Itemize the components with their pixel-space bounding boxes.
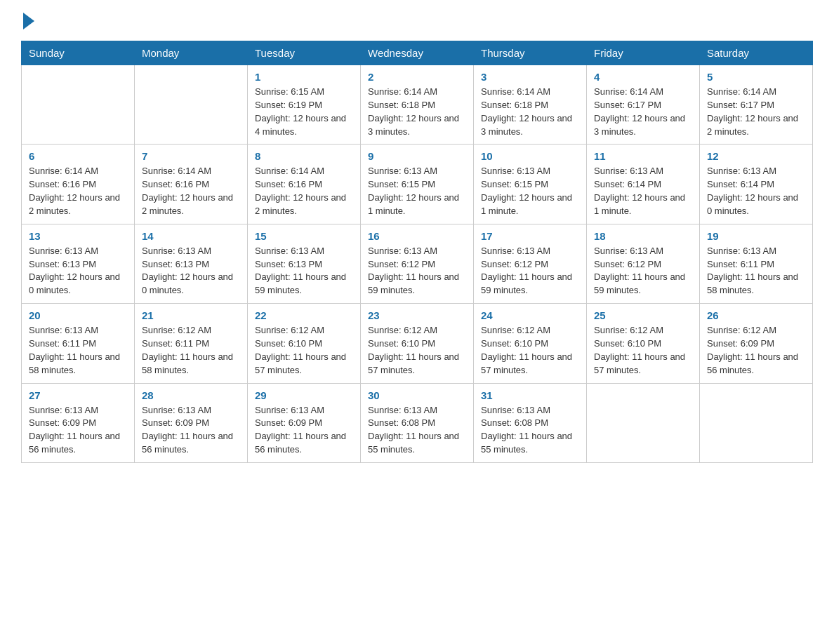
day-number: 27 [29, 389, 127, 401]
day-info: Sunrise: 6:12 AM Sunset: 6:10 PM Dayligh… [481, 324, 579, 377]
calendar-cell: 15Sunrise: 6:13 AM Sunset: 6:13 PM Dayli… [248, 224, 361, 303]
day-number: 14 [142, 230, 240, 242]
day-info: Sunrise: 6:14 AM Sunset: 6:18 PM Dayligh… [481, 86, 579, 138]
day-info: Sunrise: 6:12 AM Sunset: 6:10 PM Dayligh… [594, 324, 692, 377]
calendar-week-row: 1Sunrise: 6:15 AM Sunset: 6:19 PM Daylig… [22, 65, 813, 145]
day-info: Sunrise: 6:12 AM Sunset: 6:10 PM Dayligh… [368, 324, 466, 377]
calendar-cell: 7Sunrise: 6:14 AM Sunset: 6:16 PM Daylig… [135, 145, 248, 224]
calendar-cell: 17Sunrise: 6:13 AM Sunset: 6:12 PM Dayli… [474, 224, 587, 303]
day-number: 12 [707, 150, 805, 162]
calendar-cell: 26Sunrise: 6:12 AM Sunset: 6:09 PM Dayli… [700, 304, 813, 383]
day-info: Sunrise: 6:13 AM Sunset: 6:14 PM Dayligh… [707, 165, 805, 217]
calendar-cell: 14Sunrise: 6:13 AM Sunset: 6:13 PM Dayli… [135, 224, 248, 303]
day-info: Sunrise: 6:14 AM Sunset: 6:17 PM Dayligh… [594, 86, 692, 138]
day-number: 3 [481, 71, 579, 83]
calendar-cell: 3Sunrise: 6:14 AM Sunset: 6:18 PM Daylig… [474, 65, 587, 145]
calendar-cell: 21Sunrise: 6:12 AM Sunset: 6:11 PM Dayli… [135, 304, 248, 383]
day-number: 16 [368, 230, 466, 242]
day-number: 30 [368, 389, 466, 401]
day-info: Sunrise: 6:13 AM Sunset: 6:15 PM Dayligh… [481, 165, 579, 217]
day-number: 15 [255, 230, 353, 242]
calendar-cell: 31Sunrise: 6:13 AM Sunset: 6:08 PM Dayli… [474, 383, 587, 462]
calendar-cell: 12Sunrise: 6:13 AM Sunset: 6:14 PM Dayli… [700, 145, 813, 224]
day-number: 6 [29, 150, 127, 162]
day-number: 11 [594, 150, 692, 162]
day-number: 19 [707, 230, 805, 242]
calendar-cell: 11Sunrise: 6:13 AM Sunset: 6:14 PM Dayli… [587, 145, 700, 224]
day-info: Sunrise: 6:13 AM Sunset: 6:12 PM Dayligh… [368, 245, 466, 297]
calendar-cell [135, 65, 248, 145]
weekday-header-wednesday: Wednesday [361, 41, 474, 65]
day-number: 28 [142, 389, 240, 401]
day-info: Sunrise: 6:13 AM Sunset: 6:08 PM Dayligh… [481, 404, 579, 457]
day-number: 17 [481, 230, 579, 242]
day-info: Sunrise: 6:13 AM Sunset: 6:12 PM Dayligh… [481, 245, 579, 297]
calendar-cell: 8Sunrise: 6:14 AM Sunset: 6:16 PM Daylig… [248, 145, 361, 224]
day-info: Sunrise: 6:13 AM Sunset: 6:14 PM Dayligh… [594, 165, 692, 217]
calendar-cell: 1Sunrise: 6:15 AM Sunset: 6:19 PM Daylig… [248, 65, 361, 145]
day-number: 25 [594, 309, 692, 321]
calendar-cell: 16Sunrise: 6:13 AM Sunset: 6:12 PM Dayli… [361, 224, 474, 303]
day-info: Sunrise: 6:13 AM Sunset: 6:11 PM Dayligh… [29, 324, 127, 377]
day-info: Sunrise: 6:13 AM Sunset: 6:12 PM Dayligh… [594, 245, 692, 297]
day-info: Sunrise: 6:13 AM Sunset: 6:13 PM Dayligh… [255, 245, 353, 297]
day-number: 31 [481, 389, 579, 401]
calendar-cell: 28Sunrise: 6:13 AM Sunset: 6:09 PM Dayli… [135, 383, 248, 462]
weekday-header-friday: Friday [587, 41, 700, 65]
calendar-week-row: 27Sunrise: 6:13 AM Sunset: 6:09 PM Dayli… [22, 383, 813, 462]
day-info: Sunrise: 6:13 AM Sunset: 6:08 PM Dayligh… [368, 404, 466, 457]
calendar-cell [587, 383, 700, 462]
day-number: 13 [29, 230, 127, 242]
page-header [21, 14, 813, 28]
day-info: Sunrise: 6:12 AM Sunset: 6:09 PM Dayligh… [707, 324, 805, 377]
calendar-header-row: SundayMondayTuesdayWednesdayThursdayFrid… [22, 41, 813, 65]
day-info: Sunrise: 6:14 AM Sunset: 6:16 PM Dayligh… [29, 165, 127, 217]
day-number: 5 [707, 71, 805, 83]
calendar-cell [700, 383, 813, 462]
calendar-cell: 25Sunrise: 6:12 AM Sunset: 6:10 PM Dayli… [587, 304, 700, 383]
weekday-header-tuesday: Tuesday [248, 41, 361, 65]
day-info: Sunrise: 6:12 AM Sunset: 6:11 PM Dayligh… [142, 324, 240, 377]
day-number: 26 [707, 309, 805, 321]
calendar-table: SundayMondayTuesdayWednesdayThursdayFrid… [21, 41, 813, 463]
calendar-cell: 27Sunrise: 6:13 AM Sunset: 6:09 PM Dayli… [22, 383, 135, 462]
day-number: 7 [142, 150, 240, 162]
day-info: Sunrise: 6:13 AM Sunset: 6:13 PM Dayligh… [29, 245, 127, 297]
day-number: 22 [255, 309, 353, 321]
day-number: 9 [368, 150, 466, 162]
day-info: Sunrise: 6:13 AM Sunset: 6:11 PM Dayligh… [707, 245, 805, 297]
calendar-cell: 9Sunrise: 6:13 AM Sunset: 6:15 PM Daylig… [361, 145, 474, 224]
day-info: Sunrise: 6:13 AM Sunset: 6:09 PM Dayligh… [255, 404, 353, 457]
calendar-week-row: 13Sunrise: 6:13 AM Sunset: 6:13 PM Dayli… [22, 224, 813, 303]
day-number: 2 [368, 71, 466, 83]
calendar-cell: 19Sunrise: 6:13 AM Sunset: 6:11 PM Dayli… [700, 224, 813, 303]
calendar-cell: 20Sunrise: 6:13 AM Sunset: 6:11 PM Dayli… [22, 304, 135, 383]
day-number: 4 [594, 71, 692, 83]
day-info: Sunrise: 6:14 AM Sunset: 6:16 PM Dayligh… [255, 165, 353, 217]
calendar-cell: 4Sunrise: 6:14 AM Sunset: 6:17 PM Daylig… [587, 65, 700, 145]
day-number: 10 [481, 150, 579, 162]
logo-arrow-icon [23, 13, 34, 29]
day-number: 24 [481, 309, 579, 321]
calendar-cell: 5Sunrise: 6:14 AM Sunset: 6:17 PM Daylig… [700, 65, 813, 145]
day-info: Sunrise: 6:14 AM Sunset: 6:18 PM Dayligh… [368, 86, 466, 138]
calendar-cell: 23Sunrise: 6:12 AM Sunset: 6:10 PM Dayli… [361, 304, 474, 383]
day-info: Sunrise: 6:13 AM Sunset: 6:13 PM Dayligh… [142, 245, 240, 297]
calendar-week-row: 20Sunrise: 6:13 AM Sunset: 6:11 PM Dayli… [22, 304, 813, 383]
calendar-week-row: 6Sunrise: 6:14 AM Sunset: 6:16 PM Daylig… [22, 145, 813, 224]
weekday-header-saturday: Saturday [700, 41, 813, 65]
day-number: 8 [255, 150, 353, 162]
day-number: 23 [368, 309, 466, 321]
logo [21, 14, 34, 28]
calendar-cell: 6Sunrise: 6:14 AM Sunset: 6:16 PM Daylig… [22, 145, 135, 224]
day-info: Sunrise: 6:13 AM Sunset: 6:09 PM Dayligh… [142, 404, 240, 457]
weekday-header-monday: Monday [135, 41, 248, 65]
day-info: Sunrise: 6:12 AM Sunset: 6:10 PM Dayligh… [255, 324, 353, 377]
day-info: Sunrise: 6:15 AM Sunset: 6:19 PM Dayligh… [255, 86, 353, 138]
calendar-cell: 18Sunrise: 6:13 AM Sunset: 6:12 PM Dayli… [587, 224, 700, 303]
day-number: 29 [255, 389, 353, 401]
day-number: 1 [255, 71, 353, 83]
day-info: Sunrise: 6:13 AM Sunset: 6:09 PM Dayligh… [29, 404, 127, 457]
calendar-cell: 13Sunrise: 6:13 AM Sunset: 6:13 PM Dayli… [22, 224, 135, 303]
calendar-cell [22, 65, 135, 145]
